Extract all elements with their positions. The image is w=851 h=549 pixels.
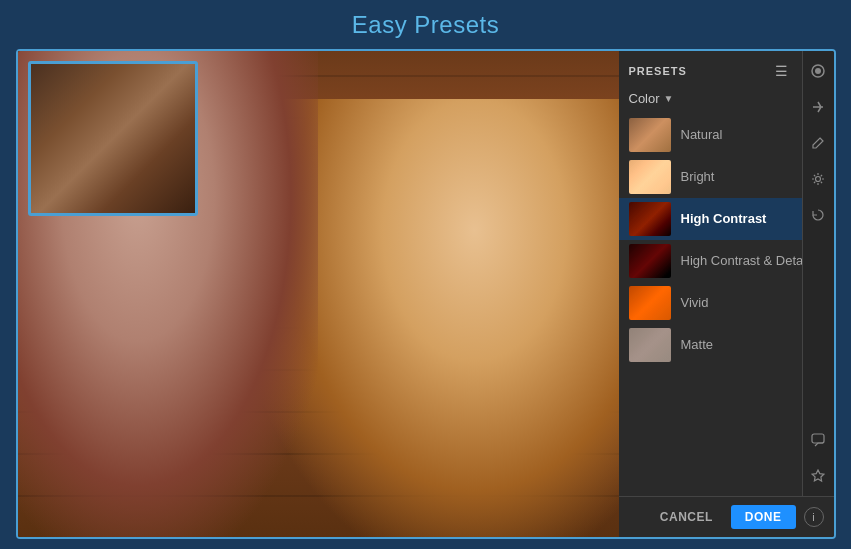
preset-thumb-bright <box>629 160 671 194</box>
done-button[interactable]: DONE <box>731 505 796 529</box>
bottom-info-icon[interactable]: i <box>804 507 824 527</box>
preset-name-high-contrast: High Contrast <box>681 211 767 226</box>
presets-title: PRESETS <box>629 65 687 77</box>
preset-thumb-vivid <box>629 286 671 320</box>
svg-rect-5 <box>812 434 824 443</box>
thumbnail-image <box>31 64 195 213</box>
side-icons-panel <box>802 51 834 496</box>
svg-point-4 <box>816 176 821 181</box>
preset-name-hc-detail: High Contrast & Detail <box>681 253 810 268</box>
right-layout: PRESETS ☰ ⚙ Color ▼ <box>619 51 834 496</box>
adjust-icon[interactable] <box>806 59 830 83</box>
star-icon[interactable] <box>806 464 830 488</box>
color-filter-chevron: ▼ <box>664 93 674 104</box>
brush-icon[interactable] <box>806 131 830 155</box>
bottom-bar: CANCEL DONE i <box>619 496 834 537</box>
preset-name-matte: Matte <box>681 337 714 352</box>
preset-thumb-natural <box>629 118 671 152</box>
page-title: Easy Presets <box>352 11 499 39</box>
photo-area: ↩ ↪ ⓘ + ⋮ <box>18 51 619 537</box>
preset-thumb-matte <box>629 328 671 362</box>
before-thumbnail[interactable] <box>28 61 198 216</box>
preset-name-vivid: Vivid <box>681 295 709 310</box>
preset-thumb-hc-detail <box>629 244 671 278</box>
history-icon[interactable] <box>806 203 830 227</box>
presets-list-icon[interactable]: ☰ <box>770 59 794 83</box>
comment-icon[interactable] <box>806 428 830 452</box>
preset-name-natural: Natural <box>681 127 723 142</box>
transform-icon[interactable] <box>806 95 830 119</box>
cancel-button[interactable]: CANCEL <box>650 505 723 529</box>
color-filter-label: Color <box>629 91 660 106</box>
app-wrapper: Easy Presets ↩ ↪ ⓘ + ⋮ <box>16 11 836 539</box>
main-container: ↩ ↪ ⓘ + ⋮ <box>16 49 836 539</box>
preset-name-bright: Bright <box>681 169 715 184</box>
gear-icon[interactable] <box>806 167 830 191</box>
preset-thumb-high-contrast <box>629 202 671 236</box>
svg-point-3 <box>815 68 821 74</box>
right-panel: PRESETS ☰ ⚙ Color ▼ <box>619 51 834 537</box>
